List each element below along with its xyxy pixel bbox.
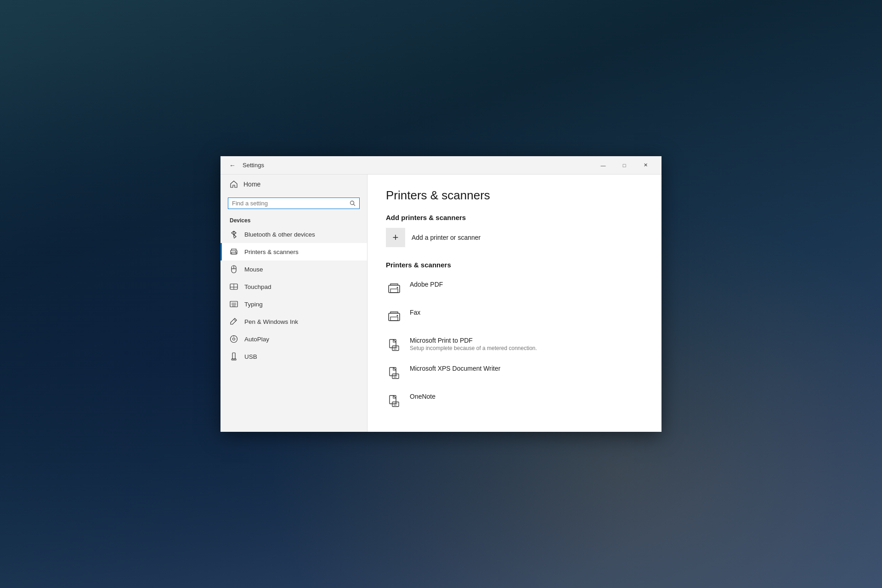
svg-line-14 [234,319,236,321]
titlebar: ← Settings — □ ✕ [220,156,662,175]
typing-label: Typing [244,301,263,308]
add-plus-icon: + [386,228,405,247]
sidebar-item-bluetooth[interactable]: Bluetooth & other devices [220,226,367,243]
svg-point-4 [235,251,236,252]
close-button[interactable]: ✕ [635,156,656,175]
svg-rect-27 [392,346,399,351]
printer-info-xps: Microsoft XPS Document Writer [410,365,500,372]
sidebar-item-autoplay[interactable]: AutoPlay [220,330,367,348]
printer-icon-mspdf [386,337,402,353]
bluetooth-label: Bluetooth & other devices [244,231,315,238]
main-area: Home Devices [220,175,662,432]
window-controls: — □ ✕ [593,156,656,175]
add-printer-button[interactable]: + Add a printer or scanner [386,228,643,247]
pen-icon [230,317,238,326]
printer-icon-onenote [386,393,402,409]
devices-section-label: Devices [220,213,367,226]
search-icon [350,200,356,206]
sidebar-item-usb[interactable]: USB [220,348,367,365]
sidebar-item-touchpad[interactable]: Touchpad [220,278,367,295]
printer-item-adobe[interactable]: Adobe PDF [386,275,643,303]
printer-name-mspdf: Microsoft Print to PDF [410,337,537,344]
touchpad-icon [230,283,238,291]
content-panel: Printers & scanners Add printers & scann… [368,175,662,432]
printer-item-fax[interactable]: Fax [386,303,643,331]
home-icon [230,180,238,188]
mouse-label: Mouse [244,266,263,273]
printer-list: Adobe PDF Fax [386,275,643,415]
bluetooth-icon [230,230,238,238]
svg-line-1 [354,204,356,206]
sidebar-item-home[interactable]: Home [220,175,367,194]
usb-icon [230,352,238,361]
printer-info-fax: Fax [410,309,420,316]
settings-window: ← Settings — □ ✕ Home [220,156,662,432]
svg-rect-34 [390,396,396,404]
autoplay-icon [230,335,238,343]
svg-point-16 [233,338,235,340]
svg-point-22 [397,287,398,288]
page-title: Printers & scanners [386,188,643,203]
search-box[interactable] [228,198,360,209]
printer-icon-xps [386,365,402,381]
printer-nav-icon [230,248,238,256]
printer-name-adobe: Adobe PDF [410,281,443,288]
printers-label: Printers & scanners [244,249,299,255]
add-printer-label: Add a printer or scanner [412,234,481,241]
mouse-icon [230,265,238,273]
printer-icon-adobe [386,281,402,297]
svg-rect-35 [392,402,399,407]
touchpad-label: Touchpad [244,283,271,290]
window-title: Settings [243,162,593,169]
printer-item-xps[interactable]: Microsoft XPS Document Writer [386,359,643,387]
add-section-title: Add printers & scanners [386,214,643,221]
sidebar-item-pen[interactable]: Pen & Windows Ink [220,313,367,330]
svg-rect-21 [390,289,398,293]
typing-icon [230,300,238,308]
back-button[interactable]: ← [226,159,239,172]
maximize-button[interactable]: □ [614,156,635,175]
printer-name-onenote: OneNote [410,393,435,400]
printer-item-mspdf[interactable]: Microsoft Print to PDF Setup incomplete … [386,331,643,359]
printers-section-title: Printers & scanners [386,261,643,269]
printer-item-onenote[interactable]: OneNote [386,387,643,415]
minimize-button[interactable]: — [593,156,614,175]
printer-name-xps: Microsoft XPS Document Writer [410,365,500,372]
usb-label: USB [244,353,257,360]
svg-rect-31 [392,374,399,379]
svg-rect-18 [232,353,235,359]
svg-rect-24 [390,317,398,321]
sidebar-item-printers[interactable]: Printers & scanners [220,243,367,260]
autoplay-label: AutoPlay [244,336,269,343]
home-label: Home [243,181,260,188]
svg-point-25 [397,315,398,317]
svg-rect-30 [390,368,396,376]
printer-status-mspdf: Setup incomplete because of a metered co… [410,345,537,351]
sidebar-item-typing[interactable]: Typing [220,295,367,313]
sidebar: Home Devices [220,175,368,432]
printer-info-onenote: OneNote [410,393,435,400]
printer-info-mspdf: Microsoft Print to PDF Setup incomplete … [410,337,537,351]
printer-info-adobe: Adobe PDF [410,281,443,288]
pen-label: Pen & Windows Ink [244,318,298,325]
sidebar-item-mouse[interactable]: Mouse [220,260,367,278]
printer-icon-fax [386,309,402,325]
printer-name-fax: Fax [410,309,420,316]
svg-point-0 [351,201,354,205]
search-input[interactable] [232,200,350,207]
svg-rect-26 [390,339,396,348]
